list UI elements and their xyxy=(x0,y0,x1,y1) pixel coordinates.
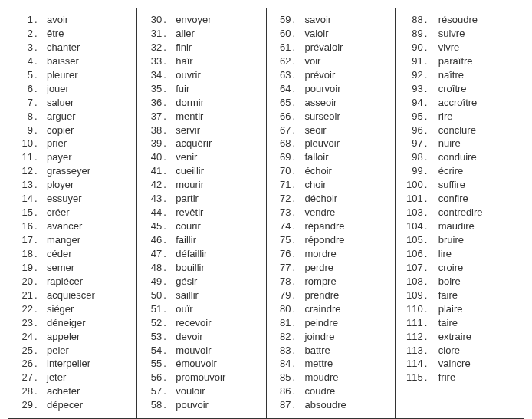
item-number: 32 xyxy=(140,41,163,54)
item-word: nuire xyxy=(431,137,461,150)
item-number: 30 xyxy=(140,13,163,27)
list-item: 11.payer xyxy=(11,150,133,164)
item-word: conduire xyxy=(431,150,477,164)
list-item: 114.vaincre xyxy=(399,357,521,371)
item-word: lire xyxy=(431,247,452,261)
list-item: 69.falloir xyxy=(270,150,392,164)
item-word: déchoir xyxy=(299,192,338,206)
list-item: 26.interpeller xyxy=(11,357,133,371)
item-word: haïr xyxy=(169,54,192,68)
item-word: accroître xyxy=(431,96,478,110)
list-item: 58.pouvoir xyxy=(140,398,262,412)
item-dot: . xyxy=(425,164,431,178)
item-dot: . xyxy=(163,371,169,384)
list-item: 71.choir xyxy=(270,178,392,192)
list-item: 79.prendre xyxy=(270,289,392,302)
item-dot: . xyxy=(34,384,41,398)
item-number: 106 xyxy=(399,247,425,261)
item-dot: . xyxy=(293,289,299,302)
item-dot: . xyxy=(293,344,299,358)
item-word: échoir xyxy=(299,164,332,178)
item-dot: . xyxy=(34,289,41,302)
item-word: payer xyxy=(41,150,72,164)
item-dot: . xyxy=(425,357,431,371)
list-item: 105.bruire xyxy=(399,233,521,247)
list-item: 53.devoir xyxy=(140,330,262,344)
list-item: 10.prier xyxy=(11,137,133,150)
item-word: faire xyxy=(431,289,458,302)
list-item: 40.venir xyxy=(140,150,262,164)
list-item: 88.résoudre xyxy=(399,13,521,27)
item-number: 7 xyxy=(11,96,34,110)
item-number: 17 xyxy=(11,233,34,247)
item-number: 82 xyxy=(270,330,293,344)
list-item: 85.moudre xyxy=(270,371,392,384)
list-item: 39.acquérir xyxy=(140,137,262,150)
item-number: 114 xyxy=(399,357,425,371)
item-number: 78 xyxy=(270,275,293,289)
item-dot: . xyxy=(34,178,41,192)
item-number: 6 xyxy=(11,82,34,96)
item-dot: . xyxy=(34,54,41,68)
list-item: 30.envoyer xyxy=(140,13,262,27)
item-word: grasseyer xyxy=(41,164,90,178)
item-number: 89 xyxy=(399,27,425,41)
item-number: 67 xyxy=(270,124,293,137)
item-dot: . xyxy=(425,178,431,192)
item-number: 11 xyxy=(11,150,34,164)
item-word: dormir xyxy=(169,96,204,110)
item-number: 25 xyxy=(11,344,34,358)
item-word: fuir xyxy=(169,82,189,96)
item-number: 19 xyxy=(11,261,34,275)
item-word: recevoir xyxy=(169,316,211,330)
item-word: peindre xyxy=(299,316,338,330)
list-item: 112.extraire xyxy=(399,330,521,344)
item-word: semer xyxy=(41,261,74,275)
item-dot: . xyxy=(34,219,41,233)
item-dot: . xyxy=(34,371,41,384)
item-word: cueillir xyxy=(169,164,204,178)
item-dot: . xyxy=(425,96,431,110)
list-item: 111.taire xyxy=(399,316,521,330)
item-dot: . xyxy=(293,261,299,275)
item-dot: . xyxy=(425,41,431,54)
item-number: 77 xyxy=(270,261,293,275)
item-dot: . xyxy=(34,96,41,110)
item-number: 51 xyxy=(140,302,163,316)
item-dot: . xyxy=(425,124,431,137)
list-item: 63.prévoir xyxy=(270,68,392,82)
item-number: 15 xyxy=(11,206,34,219)
item-word: joindre xyxy=(299,330,335,344)
item-dot: . xyxy=(425,247,431,261)
list-item: 89.suivre xyxy=(399,27,521,41)
list-item: 3.chanter xyxy=(11,41,133,54)
list-item: 101.confire xyxy=(399,192,521,206)
item-number: 4 xyxy=(11,54,34,68)
item-word: frire xyxy=(431,371,455,384)
list-item: 6.jouer xyxy=(11,82,133,96)
item-number: 22 xyxy=(11,302,34,316)
item-word: suffire xyxy=(431,178,465,192)
list-item: 62.voir xyxy=(270,54,392,68)
item-dot: . xyxy=(34,110,41,124)
item-dot: . xyxy=(425,330,431,344)
item-dot: . xyxy=(425,82,431,96)
item-dot: . xyxy=(163,384,169,398)
list-item: 14.essuyer xyxy=(11,192,133,206)
item-dot: . xyxy=(293,371,299,384)
list-item: 106.lire xyxy=(399,247,521,261)
list-item: 1.avoir xyxy=(11,13,133,27)
item-word: mouvoir xyxy=(169,344,211,358)
item-number: 63 xyxy=(270,68,293,82)
list-item: 4.baisser xyxy=(11,54,133,68)
item-word: défaillir xyxy=(169,247,207,261)
item-word: vendre xyxy=(299,206,336,219)
item-dot: . xyxy=(425,233,431,247)
item-dot: . xyxy=(293,164,299,178)
item-number: 94 xyxy=(399,96,425,110)
item-word: avancer xyxy=(41,219,82,233)
item-dot: . xyxy=(34,68,41,82)
item-word: asseoir xyxy=(299,96,337,110)
item-number: 37 xyxy=(140,110,163,124)
item-number: 85 xyxy=(270,371,293,384)
